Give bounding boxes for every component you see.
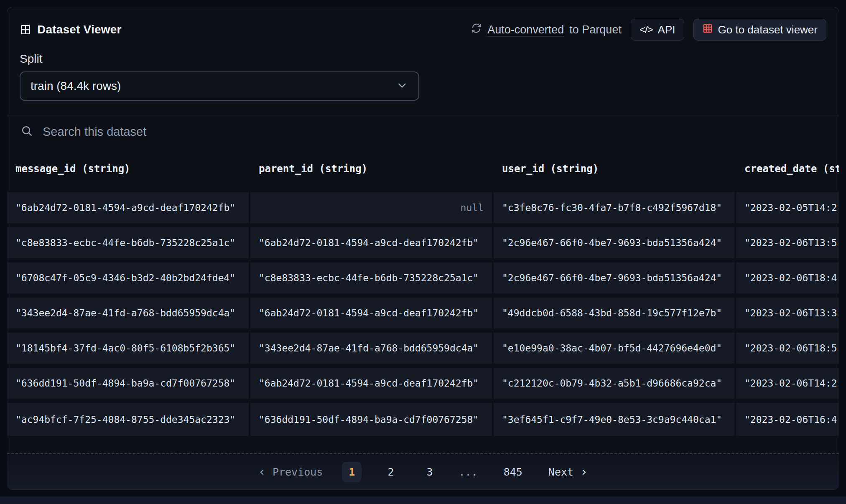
chevron-right-icon: › <box>580 466 588 478</box>
cell-user-id: "c3fe8c76-fc30-4fa7-b7f8-c492f5967d18" <box>493 190 735 225</box>
cell-message-id: "343ee2d4-87ae-41fd-a768-bdd65959dc4a" <box>7 295 250 331</box>
page-number-2[interactable]: 2 <box>381 462 400 482</box>
auto-converted-link[interactable]: Auto-converted <box>487 23 564 36</box>
cell-user-id: "c212120c-0b79-4b32-a5b1-d96686ca92ca" <box>493 366 735 401</box>
table-row: "c8e83833-ecbc-44fe-b6db-735228c25a1c" "… <box>7 225 839 260</box>
go-to-dataset-viewer-button[interactable]: Go to dataset viewer <box>693 19 826 41</box>
cell-message-id: "18145bf4-37fd-4ac0-80f5-6108b5f2b365" <box>7 331 250 366</box>
chevron-left-icon: ‹ <box>258 466 266 478</box>
cell-created-date: "2023-02-06T18:5 <box>735 331 839 366</box>
cell-parent-id: "6ab24d72-0181-4594-a9cd-deaf170242fb" <box>250 295 493 331</box>
cell-parent-id: "6ab24d72-0181-4594-a9cd-deaf170242fb" <box>250 225 493 260</box>
table-row: "636dd191-50df-4894-ba9a-cd7f00767258" "… <box>7 366 839 401</box>
cell-message-id: "6ab24d72-0181-4594-a9cd-deaf170242fb" <box>7 190 250 225</box>
cell-parent-id: null <box>250 190 493 225</box>
search-bar <box>7 115 839 148</box>
page-number-845[interactable]: 845 <box>497 462 529 482</box>
cell-message-id: "ac94bfcf-7f25-4084-8755-dde345ac2323" <box>7 401 250 436</box>
next-page-button[interactable]: Next › <box>548 466 588 478</box>
header-actions: Auto-converted to Parquet </> API G <box>471 19 826 41</box>
table-row: "343ee2d4-87ae-41fd-a768-bdd65959dc4a" "… <box>7 295 839 331</box>
chevron-down-icon <box>396 79 408 93</box>
previous-label: Previous <box>273 466 323 478</box>
page-footer-strip <box>0 496 846 504</box>
cell-message-id: "636dd191-50df-4894-ba9a-cd7f00767258" <box>7 366 250 401</box>
table-header-row: message_id (string) parent_id (string) u… <box>7 148 839 190</box>
split-label: Split <box>20 52 826 66</box>
cell-created-date: "2023-02-05T14:2 <box>735 190 839 225</box>
cell-message-id: "6708c47f-05c9-4346-b3d2-40b2bd24fde4" <box>7 260 250 295</box>
page-number-1[interactable]: 1 <box>342 462 362 482</box>
page-title: Dataset Viewer <box>37 23 122 36</box>
card-title-group: Dataset Viewer <box>20 23 122 36</box>
cell-parent-id: "c8e83833-ecbc-44fe-b6db-735228c25a1c" <box>250 260 493 295</box>
page-ellipsis: ... <box>459 466 478 478</box>
red-grid-icon <box>702 23 713 37</box>
cell-user-id: "2c96e467-66f0-4be7-9693-bda51356a424" <box>493 225 735 260</box>
api-button-label: API <box>658 23 675 36</box>
cell-user-id: "49ddcb0d-6588-43bd-858d-19c577f12e7b" <box>493 295 735 331</box>
dataset-table-wrap: message_id (string) parent_id (string) u… <box>7 148 839 453</box>
cell-created-date: "2023-02-06T13:5 <box>735 225 839 260</box>
next-label: Next <box>548 466 573 478</box>
cell-parent-id: "6ab24d72-0181-4594-a9cd-deaf170242fb" <box>250 366 493 401</box>
column-header-parent-id: parent_id (string) <box>250 148 493 190</box>
split-select[interactable]: train (84.4k rows) <box>20 71 419 101</box>
cell-parent-id: "636dd191-50df-4894-ba9a-cd7f00767258" <box>250 401 493 436</box>
api-button[interactable]: </> API <box>631 19 684 41</box>
cell-message-id: "c8e83833-ecbc-44fe-b6db-735228c25a1c" <box>7 225 250 260</box>
cell-created-date: "2023-02-06T13:3 <box>735 295 839 331</box>
cell-created-date: "2023-02-06T14:2 <box>735 366 839 401</box>
auto-converted-rest: to Parquet <box>569 23 622 36</box>
cell-user-id: "2c96e467-66f0-4be7-9693-bda51356a424" <box>493 260 735 295</box>
column-header-created-date: created_date (st <box>735 148 839 190</box>
code-icon: </> <box>640 24 653 36</box>
go-to-dataset-viewer-label: Go to dataset viewer <box>718 23 818 36</box>
column-header-user-id: user_id (string) <box>493 148 735 190</box>
column-header-message-id: message_id (string) <box>7 148 250 190</box>
cell-parent-id: "343ee2d4-87ae-41fd-a768-bdd65959dc4a" <box>250 331 493 366</box>
table-row: "ac94bfcf-7f25-4084-8755-dde345ac2323" "… <box>7 401 839 436</box>
cell-created-date: "2023-02-06T18:4 <box>735 260 839 295</box>
table-row: "6708c47f-05c9-4346-b3d2-40b2bd24fde4" "… <box>7 260 839 295</box>
dataset-viewer-icon <box>20 24 31 36</box>
cell-created-date: "2023-02-06T16:4 <box>735 401 839 436</box>
card-header: Dataset Viewer Auto-converted to Parquet… <box>7 18 839 41</box>
page-number-3[interactable]: 3 <box>420 462 439 482</box>
auto-converted-note: Auto-converted to Parquet <box>471 23 622 37</box>
cell-user-id: "e10e99a0-38ac-4b07-bf5d-4427696e4e0d" <box>493 331 735 366</box>
table-row: "18145bf4-37fd-4ac0-80f5-6108b5f2b365" "… <box>7 331 839 366</box>
refresh-icon <box>471 23 482 37</box>
split-select-value: train (84.4k rows) <box>31 79 121 93</box>
search-input[interactable] <box>43 125 826 139</box>
cell-user-id: "3ef645f1-c9f7-49e0-8e53-3c9a9c440ca1" <box>493 401 735 436</box>
dataset-table: message_id (string) parent_id (string) u… <box>7 148 839 436</box>
table-row: "6ab24d72-0181-4594-a9cd-deaf170242fb" n… <box>7 190 839 225</box>
dataset-viewer-card: Dataset Viewer Auto-converted to Parquet… <box>7 7 839 490</box>
pagination-bar: ‹ Previous 1 2 3 ... 845 Next › <box>7 453 839 489</box>
search-icon <box>20 125 33 139</box>
previous-page-button[interactable]: ‹ Previous <box>258 466 323 478</box>
